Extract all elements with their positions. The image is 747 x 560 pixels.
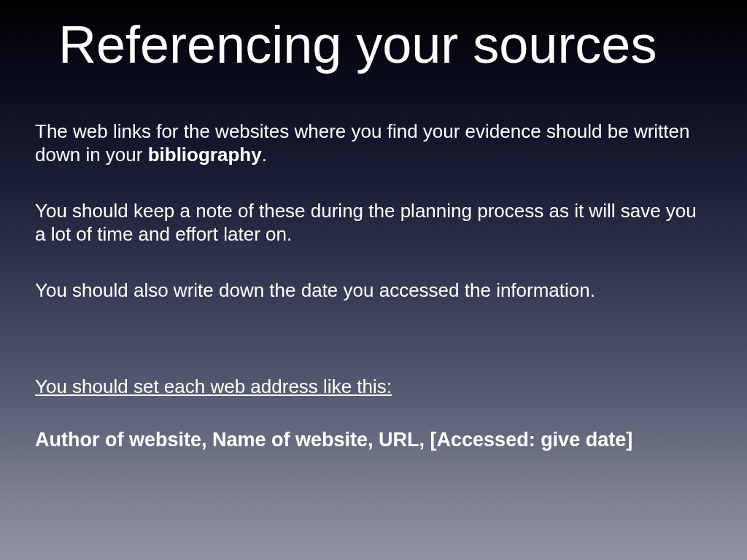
instruction-heading: You should set each web address like thi… [35,375,712,399]
text-bibliography-tail: . [262,144,267,166]
slide: Referencing your sources The web links f… [0,0,747,560]
paragraph-planning: You should keep a note of these during t… [35,199,712,246]
text-bibliography-bold: bibliography [148,144,262,166]
paragraph-bibliography: The web links for the websites where you… [35,120,712,167]
citation-format: Author of website, Name of website, URL,… [35,428,712,453]
text-bibliography-lead: The web links for the websites where you… [35,120,689,166]
slide-title: Referencing your sources [35,0,712,73]
slide-body: The web links for the websites where you… [35,73,712,453]
paragraph-date: You should also write down the date you … [35,279,712,303]
